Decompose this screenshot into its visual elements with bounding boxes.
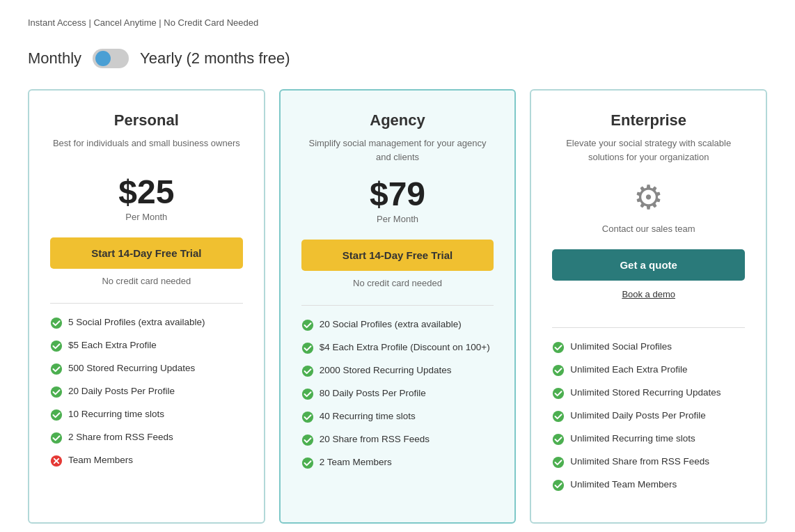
feature-item: 80 Daily Posts Per Profile [301,387,494,400]
svg-point-2 [51,363,62,375]
features-list-agency: 20 Social Profiles (extra available) $4 … [301,318,494,469]
trial-button-agency[interactable]: Start 14-Day Free Trial [301,240,494,271]
feature-item: 10 Recurring time slots [50,408,243,421]
plan-price-agency: $79 [301,178,494,211]
svg-point-3 [51,386,62,398]
feature-item: 20 Share from RSS Feeds [301,433,494,446]
plan-name-enterprise: Enterprise [552,111,745,130]
divider-agency [301,305,494,306]
feature-item: Unlimited Team Members [552,478,745,492]
check-icon [552,433,565,446]
plan-description-enterprise: Elevate your social strategy with scalab… [552,136,745,164]
check-icon [552,479,565,492]
quote-button-enterprise[interactable]: Get a quote [552,249,745,281]
plan-card-personal: Personal Best for individuals and small … [28,89,265,524]
svg-point-20 [553,434,564,445]
feature-item: Unlimited Share from RSS Feeds [552,455,745,469]
feature-item: 20 Social Profiles (extra available) [301,318,494,331]
plan-name-agency: Agency [301,111,494,130]
enterprise-contact: Contact our sales team [552,224,745,234]
toggle-thumb [95,51,111,66]
check-icon [50,409,63,421]
check-icon [50,340,63,352]
top-bar-text: Instant Access | Cancel Anytime | No Cre… [28,17,258,28]
svg-point-21 [553,457,564,468]
billing-toggle: Monthly Yearly (2 months free) [28,49,767,68]
features-list-enterprise: Unlimited Social Profiles Unlimited Each… [552,341,745,492]
book-demo-link[interactable]: Book a demo [622,289,675,299]
plan-card-agency: Agency Simplify social management for yo… [279,89,517,524]
feature-item: 40 Recurring time slots [301,410,494,423]
svg-point-16 [553,342,564,353]
features-list-personal: 5 Social Profiles (extra available) $5 E… [50,316,243,467]
feature-item: Unlimited Recurring time slots [552,432,745,446]
check-icon [552,364,565,377]
svg-point-18 [553,388,564,399]
feature-item: Unlimited Each Extra Profile [552,363,745,377]
feature-item: Unlimited Stored Recurring Updates [552,386,745,400]
check-icon [301,365,314,377]
no-credit-agency: No credit card needed [301,278,494,288]
feature-item: 5 Social Profiles (extra available) [50,316,243,329]
svg-point-15 [302,457,313,469]
plan-period-agency: Per Month [301,214,494,224]
svg-point-12 [302,389,313,400]
feature-item: 500 Stored Recurring Updates [50,362,243,375]
svg-point-9 [302,320,313,331]
yearly-label: Yearly (2 months free) [140,49,290,68]
svg-point-13 [302,412,313,423]
check-icon [301,457,314,469]
svg-point-14 [302,435,313,446]
svg-point-4 [51,409,62,421]
svg-point-1 [51,341,62,352]
check-icon [552,410,565,423]
feature-item: 20 Daily Posts Per Profile [50,385,243,398]
feature-item: $5 Each Extra Profile [50,339,243,352]
check-icon [301,342,314,354]
check-icon [50,386,63,398]
svg-point-11 [302,366,313,377]
feature-item: 2000 Stored Recurring Updates [301,364,494,377]
plan-period-personal: Per Month [50,212,243,222]
svg-point-0 [51,318,62,329]
feature-item: 2 Team Members [301,456,494,469]
check-icon [552,341,565,354]
svg-point-19 [553,411,564,422]
divider-personal [50,303,243,304]
no-credit-personal: No credit card needed [50,276,243,286]
check-icon [301,319,314,331]
feature-item: Unlimited Daily Posts Per Profile [552,409,745,423]
plan-price-personal: $25 [50,175,243,209]
svg-point-5 [51,432,62,444]
check-icon [552,387,565,400]
plan-description-personal: Best for individuals and small business … [50,136,243,162]
monthly-label: Monthly [28,49,81,68]
svg-point-22 [553,480,564,491]
svg-point-10 [302,343,313,354]
billing-toggle-switch[interactable] [93,49,129,68]
check-icon [50,363,63,375]
plan-card-enterprise: Enterprise Elevate your social strategy … [530,89,767,524]
feature-item: Unlimited Social Profiles [552,341,745,354]
feature-item: $4 Each Extra Profile (Discount on 100+) [301,341,494,354]
plans-container: Personal Best for individuals and small … [28,89,767,524]
check-icon [301,411,314,423]
check-icon [50,432,63,444]
top-bar: Instant Access | Cancel Anytime | No Cre… [28,14,767,28]
check-icon [301,388,314,400]
feature-item: 2 Share from RSS Feeds [50,431,243,444]
plan-name-personal: Personal [50,111,243,130]
check-icon [50,317,63,329]
feature-item: Team Members [50,454,243,467]
trial-button-personal[interactable]: Start 14-Day Free Trial [50,237,243,269]
check-icon [552,456,565,469]
check-icon [301,434,314,446]
cross-icon [50,455,63,467]
plan-description-agency: Simplify social management for your agen… [301,136,494,164]
svg-point-17 [553,365,564,376]
divider-enterprise [552,327,745,328]
gear-icon-enterprise: ⚙ [552,178,745,217]
